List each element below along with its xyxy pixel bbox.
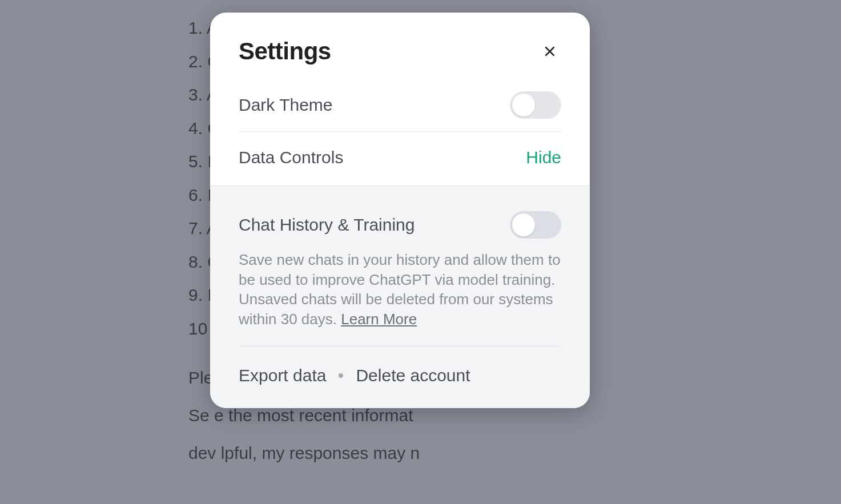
chat-history-description: Save new chats in your history and allow… <box>210 250 590 340</box>
close-button[interactable] <box>538 40 561 63</box>
dark-theme-label: Dark Theme <box>239 95 333 115</box>
modal-header: Settings <box>210 13 590 79</box>
delete-account-button[interactable]: Delete account <box>356 366 470 385</box>
chat-history-row: Chat History & Training <box>210 186 590 250</box>
chat-history-label: Chat History & Training <box>239 215 415 235</box>
chat-history-toggle[interactable] <box>510 211 561 239</box>
learn-more-link[interactable]: Learn More <box>341 311 417 328</box>
data-controls-section: Chat History & Training Save new chats i… <box>210 186 590 408</box>
toggle-thumb <box>512 213 535 236</box>
close-icon <box>542 44 557 59</box>
dark-theme-toggle[interactable] <box>510 91 561 119</box>
hide-button[interactable]: Hide <box>526 148 561 167</box>
dark-theme-row: Dark Theme <box>210 79 590 131</box>
separator-dot <box>339 373 343 378</box>
action-row: Export data Delete account <box>210 346 590 391</box>
export-data-button[interactable]: Export data <box>239 366 326 385</box>
toggle-thumb <box>512 94 535 116</box>
modal-title: Settings <box>239 38 331 65</box>
data-controls-row: Data Controls Hide <box>210 132 590 186</box>
settings-modal: Settings Dark Theme Data Controls Hide C… <box>210 13 590 408</box>
data-controls-label: Data Controls <box>239 148 343 167</box>
